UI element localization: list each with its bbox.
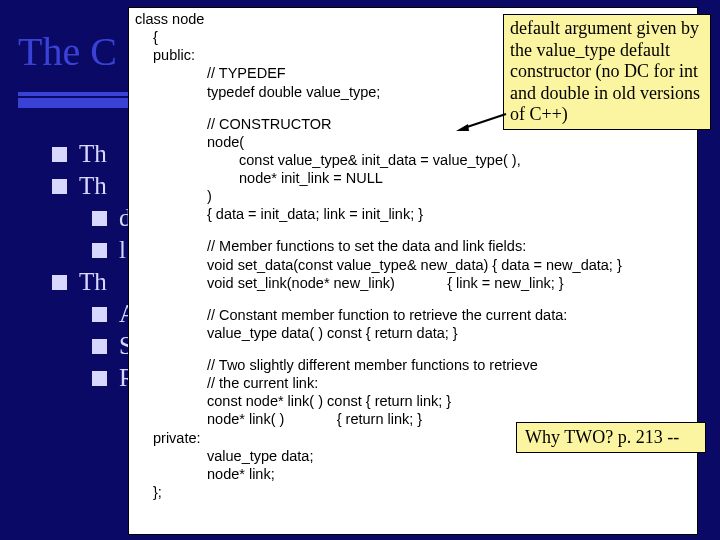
slide-title: The C	[18, 28, 117, 75]
code-line: void set_link(node* new_link) { link = n…	[135, 274, 691, 292]
callout-why-two: Why TWO? p. 213 --	[516, 422, 706, 453]
bullet-1-text: Th	[79, 140, 107, 168]
code-line: value_type data( ) const { return data; …	[135, 324, 691, 342]
sub-bullet-2-text: l	[119, 236, 126, 264]
code-line: )	[135, 187, 691, 205]
code-line: node* link;	[135, 465, 691, 483]
code-line: // the current link:	[135, 374, 691, 392]
svg-line-0	[464, 114, 506, 128]
code-line: const node* link( ) const { return link;…	[135, 392, 691, 410]
code-line: // Member functions to set the data and …	[135, 237, 691, 255]
code-line: node* init_link = NULL	[135, 169, 691, 187]
code-line: { data = init_data; link = init_link; }	[135, 205, 691, 223]
callout-default-arg: default argument given by the value_type…	[503, 14, 711, 130]
bullet-2-text: Th	[79, 172, 107, 200]
code-line: node(	[135, 133, 691, 151]
code-line: void set_data(const value_type& new_data…	[135, 256, 691, 274]
arrow-icon	[456, 111, 508, 131]
svg-marker-1	[456, 124, 469, 131]
bullet-2: Th	[52, 172, 137, 200]
bullet-list: Th Th d l Th A S R	[52, 140, 137, 396]
code-line: // Constant member function to retrieve …	[135, 306, 691, 324]
bullet-3-text: Th	[79, 268, 107, 296]
code-line: // Two slightly different member functio…	[135, 356, 691, 374]
code-line: const value_type& init_data = value_type…	[135, 151, 691, 169]
bullet-1: Th	[52, 140, 137, 168]
bullet-3: Th	[52, 268, 137, 296]
code-line: };	[135, 483, 691, 501]
